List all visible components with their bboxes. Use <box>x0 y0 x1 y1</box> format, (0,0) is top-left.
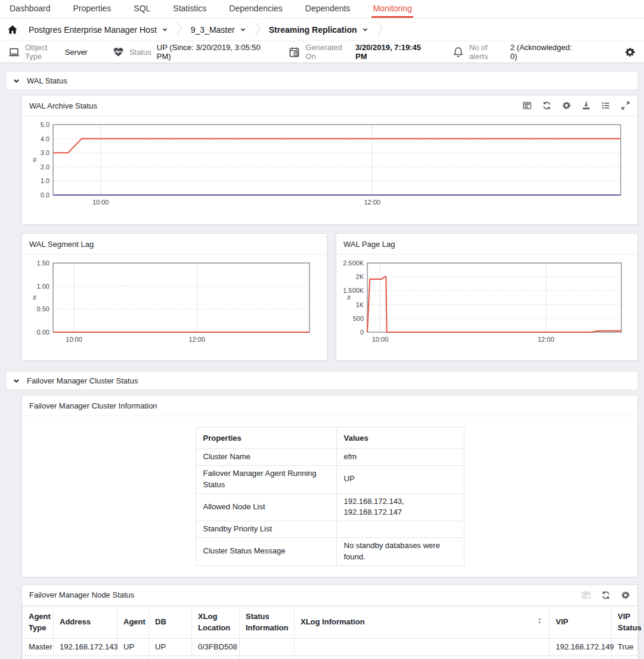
table-cell <box>336 521 464 538</box>
generated-on-label: Generated On <box>305 43 350 61</box>
breadcrumb-label: Postgres Enterprise Manager Host <box>29 25 157 35</box>
table-cell <box>240 639 295 656</box>
legend-icon[interactable] <box>522 101 532 110</box>
panel-title: Failover Manager Cluster Information <box>29 401 157 410</box>
panel-body: 05001K1.500K2K2.500K10:0012:00# <box>336 255 637 346</box>
svg-text:#: # <box>33 156 37 163</box>
breadcrumb-item[interactable]: Streaming Replication <box>267 25 371 35</box>
column-header: Values <box>336 428 464 449</box>
chevron-down-icon[interactable] <box>240 26 246 33</box>
expand-icon[interactable] <box>621 101 630 110</box>
svg-text:12:00: 12:00 <box>189 336 206 343</box>
panel-body: 0.01.02.03.04.05.010:0012:00# <box>22 116 637 209</box>
svg-text:12:00: 12:00 <box>364 199 380 206</box>
settings-icon[interactable] <box>621 590 630 600</box>
status-value: UP (Since: 3/20/2019, 3:05:50 PM) <box>157 43 264 61</box>
chevron-down-icon[interactable] <box>362 26 369 33</box>
panel-header: WAL Archive Status <box>22 95 637 116</box>
breadcrumb-separator-icon <box>255 21 261 38</box>
table-cell: No standby databases were found. <box>336 538 464 566</box>
svg-text:4.0: 4.0 <box>41 135 49 143</box>
computer-icon <box>8 47 20 58</box>
generated-on-value: 3/20/2019, 7:19:45 PM <box>355 43 428 61</box>
table-cell: 192.168.172.143 <box>54 639 117 656</box>
chevron-down-icon[interactable] <box>13 77 20 85</box>
breadcrumb-item[interactable]: 9_3_Master <box>188 25 249 35</box>
tab-statistics[interactable]: Statistics <box>172 0 208 18</box>
tab-dashboard[interactable]: Dashboard <box>8 0 52 18</box>
table-cell: 192.168.172.147 <box>54 655 117 659</box>
generated-on-group: Generated On 3/20/2019, 7:19:45 PM <box>289 43 427 61</box>
wal-archive-status-chart: 0.01.02.03.04.05.010:0012:00# <box>26 120 627 209</box>
object-type-value: Server <box>65 48 88 57</box>
table-row: Cluster Status MessageNo standby databas… <box>196 538 464 566</box>
svg-text:0.00: 0.00 <box>37 329 49 336</box>
panel-wal-segment-lag: WAL Segment Lag 0.000.501.001.5010:0012:… <box>21 233 327 361</box>
tab-dependents[interactable]: Dependents <box>304 0 352 18</box>
breadcrumb: Postgres Enterprise Manager Host9_3_Mast… <box>0 18 644 41</box>
chart-canvas: 0.01.02.03.04.05.010:0012:00# <box>26 120 627 209</box>
list-icon[interactable] <box>601 101 611 110</box>
alerts-label: No of alerts <box>469 43 505 61</box>
object-type-group: Object Type Server <box>8 43 88 61</box>
wal-page-lag-chart: 05001K1.500K2K2.500K10:0012:00# <box>340 258 627 346</box>
tab-sql[interactable]: SQL <box>132 0 151 18</box>
table-row: Idle192.168.172.147UPUNKNOWNUNKNOWNConne… <box>23 655 639 659</box>
settings-icon[interactable] <box>562 101 571 110</box>
table-cell: Allowed Node List <box>196 493 336 521</box>
table-row: Standby Priority List <box>196 521 464 538</box>
wal-status-body: WAL Archive Status 0.01.02.03.04.05.010:… <box>6 90 638 367</box>
table-cell: 192.168.172.143, 192.168.172.147 <box>336 493 464 521</box>
svg-text:10:00: 10:00 <box>92 199 109 206</box>
svg-text:1K: 1K <box>356 301 364 308</box>
breadcrumb-separator-icon <box>177 21 182 38</box>
svg-text:0.50: 0.50 <box>37 305 49 313</box>
svg-text:1.0: 1.0 <box>41 177 49 184</box>
table-cell: Cluster Name <box>196 449 336 466</box>
table-cell: True <box>612 639 639 656</box>
panel-title: Failover Manager Node Status <box>29 590 134 599</box>
column-header: VIP <box>550 606 612 639</box>
chevron-down-icon[interactable] <box>13 377 20 385</box>
svg-text:0.0: 0.0 <box>41 191 49 199</box>
chevron-down-icon[interactable] <box>162 26 168 33</box>
gear-icon[interactable] <box>624 47 636 58</box>
refresh-icon[interactable] <box>542 101 552 110</box>
section-header-wal-status[interactable]: WAL Status <box>6 71 638 90</box>
section-header-failover[interactable]: Failover Manager Cluster Status <box>6 371 638 390</box>
table-cell: Failover Manager Agent Running Status <box>196 465 336 493</box>
panel-header: Failover Manager Node Status <box>22 585 637 606</box>
table-cell: UP <box>336 465 464 493</box>
panel-toolbar <box>522 101 630 110</box>
heart-pulse-icon <box>113 47 124 58</box>
node-status-table: Agent TypeAddressAgentDBXLog LocationSta… <box>22 606 639 659</box>
cluster-info-table: PropertiesValuesCluster NameefmFailover … <box>196 427 465 566</box>
table-cell: False <box>612 655 639 659</box>
legend-icon <box>581 590 591 600</box>
svg-text:5.0: 5.0 <box>41 121 49 128</box>
svg-text:2K: 2K <box>356 273 364 280</box>
panel-node-status: Failover Manager Node Status Agent TypeA… <box>21 584 638 659</box>
column-header: VIP Status <box>612 606 639 639</box>
tab-dependencies[interactable]: Dependencies <box>228 0 284 18</box>
table-cell: Cluster Status Message <box>196 538 336 566</box>
refresh-icon[interactable] <box>601 590 611 600</box>
sort-icon[interactable] <box>536 617 543 628</box>
alerts-group: No of alerts 2 (Acknowledged: 0) <box>453 43 574 61</box>
svg-text:10:00: 10:00 <box>66 336 82 343</box>
tab-monitoring[interactable]: Monitoring <box>371 0 413 18</box>
column-header: Agent Type <box>23 606 54 639</box>
column-header[interactable]: XLog Information <box>295 606 550 639</box>
table-row: Master192.168.172.143UPUP0/3FBD508192.16… <box>23 639 639 656</box>
tab-properties[interactable]: Properties <box>72 0 113 18</box>
column-header: Agent <box>117 606 149 639</box>
wal-segment-lag-chart: 0.000.501.001.5010:0012:00# <box>26 258 315 346</box>
home-icon[interactable] <box>7 24 18 35</box>
table-cell: UNKNOWN <box>192 655 240 659</box>
tab-bar: DashboardPropertiesSQLStatisticsDependen… <box>0 0 644 18</box>
breadcrumb-item[interactable]: Postgres Enterprise Manager Host <box>26 25 171 35</box>
download-icon[interactable] <box>581 101 591 110</box>
panel-title: WAL Archive Status <box>29 101 97 110</box>
breadcrumb-items: Postgres Enterprise Manager Host9_3_Mast… <box>26 18 389 41</box>
table-cell: Standby Priority List <box>196 521 336 538</box>
